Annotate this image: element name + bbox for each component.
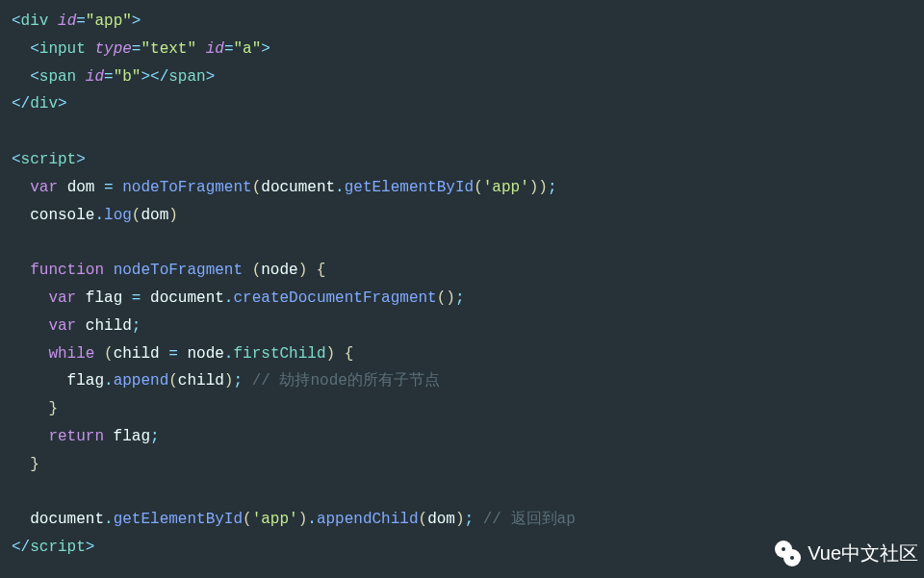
code-line: }	[12, 451, 912, 479]
code-line: <div id="app">	[12, 8, 912, 36]
code-line: var child;	[12, 313, 912, 340]
code-editor[interactable]: <div id="app"> <input type="text" id="a"…	[12, 8, 912, 562]
code-line: var flag = document.createDocumentFragme…	[12, 285, 912, 313]
code-line: }	[12, 395, 912, 423]
code-line: var dom = nodeToFragment(document.getEle…	[12, 174, 912, 202]
code-line: flag.append(child); // 劫持node的所有子节点	[12, 367, 912, 395]
code-line: document.getElementById('app').appendChi…	[12, 506, 912, 534]
watermark: Vue中文社区	[773, 536, 918, 570]
code-line: <input type="text" id="a">	[12, 36, 912, 63]
code-line: </div>	[12, 90, 912, 118]
code-line	[12, 118, 912, 146]
code-line: <span id="b"></span>	[12, 63, 912, 91]
code-line: return flag;	[12, 423, 912, 451]
code-line	[12, 229, 912, 257]
code-line: <script>	[12, 146, 912, 174]
code-line: console.log(dom)	[12, 202, 912, 230]
code-line: while (child = node.firstChild) {	[12, 340, 912, 368]
watermark-text: Vue中文社区	[808, 536, 918, 570]
code-line	[12, 479, 912, 507]
wechat-icon	[773, 539, 802, 567]
code-line: function nodeToFragment (node) {	[12, 257, 912, 285]
